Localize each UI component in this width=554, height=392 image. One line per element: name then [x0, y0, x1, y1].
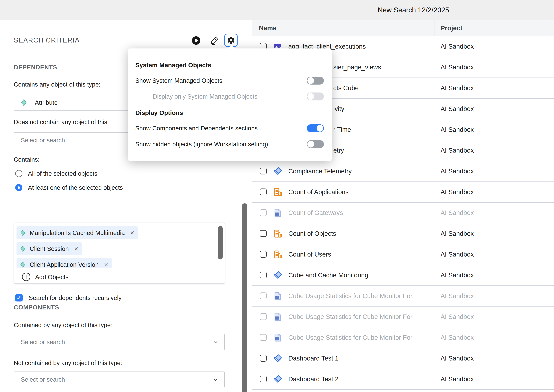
row-checkbox[interactable] — [260, 355, 267, 362]
report-icon — [273, 312, 282, 321]
row-project: AI Sandbox — [441, 307, 474, 327]
row-checkbox[interactable] — [260, 209, 267, 216]
table-row[interactable]: Cube and Cache MonitoringAI Sandbox — [252, 265, 554, 286]
panel-scrollbar[interactable] — [242, 203, 247, 392]
row-project: AI Sandbox — [441, 203, 474, 223]
toggle-show-system-managed[interactable] — [307, 77, 324, 84]
table-row[interactable]: Cube Usage Statistics for Cube Monitor F… — [252, 307, 554, 327]
toggle-display-only-system-managed[interactable] — [307, 92, 324, 100]
system-managed-heading: System Managed Objects — [135, 62, 211, 69]
top-bar: New Search 12/2/2025 — [0, 0, 554, 20]
toggle-show-hidden-objects[interactable] — [307, 140, 324, 148]
row-project: AI Sandbox — [441, 161, 474, 182]
table-row[interactable]: Dashboard Test 2AI Sandbox — [252, 369, 554, 390]
toggle-label-show-system-managed: Show System Managed Objects — [135, 77, 222, 84]
remove-chip-icon[interactable]: ✕ — [104, 262, 108, 267]
selected-objects-list[interactable]: Manipulation Is Cached Multimedia✕Client… — [14, 223, 225, 267]
radio-at-least-one[interactable] — [15, 184, 22, 191]
attribute-diamond-icon — [19, 229, 26, 236]
metric-icon — [273, 250, 282, 259]
row-checkbox[interactable] — [260, 334, 267, 341]
contained-by-select[interactable]: Select or search — [14, 334, 225, 350]
plus-circle-icon — [21, 272, 31, 282]
not-contained-by-label: Not contained by any object of this type… — [14, 360, 122, 366]
attribute-diamond-icon — [19, 261, 26, 267]
radio-at-least-one-label: At least one of the selected objects — [28, 184, 123, 191]
selected-object-chip[interactable]: Client Application Version✕ — [16, 258, 112, 267]
table-header: Name Project — [252, 20, 554, 36]
row-checkbox[interactable] — [260, 376, 267, 382]
divider — [14, 314, 225, 314]
table-row[interactable]: Count of ApplicationsAI Sandbox — [252, 182, 554, 203]
recursive-search-checkbox[interactable]: ✓ — [15, 294, 23, 301]
row-checkbox[interactable] — [260, 168, 267, 175]
row-name: Cube and Cache Monitoring — [288, 265, 368, 286]
dependents-heading: DEPENDENTS — [14, 64, 57, 71]
row-name: ivity — [333, 99, 344, 119]
toggle-show-components-dependents[interactable] — [307, 124, 324, 132]
chips-scrollbar[interactable] — [218, 226, 222, 259]
row-project: AI Sandbox — [441, 36, 474, 57]
radio-all-label: All of the selected objects — [28, 170, 97, 177]
toggle-label-display-only-system-managed: Display only System Managed Objects — [153, 93, 257, 100]
selected-object-chip[interactable]: Manipulation Is Cached Multimedia✕ — [16, 226, 138, 239]
table-row[interactable]: Count of UsersAI Sandbox — [252, 244, 554, 265]
row-name: r Time — [333, 119, 351, 140]
row-checkbox[interactable] — [260, 189, 267, 195]
selected-object-chip[interactable]: Client Session✕ — [16, 242, 82, 255]
select-placeholder: Select or search — [21, 372, 65, 387]
row-project: AI Sandbox — [441, 327, 474, 348]
row-name: Dashboard Test 2 — [288, 369, 339, 389]
panel-title: SEARCH CRITERIA — [14, 36, 80, 44]
row-checkbox[interactable] — [260, 251, 267, 258]
select-placeholder: Select or search — [21, 133, 65, 148]
row-project: AI Sandbox — [441, 182, 474, 202]
row-name: Cube Usage Statistics for Cube Monitor F… — [288, 307, 412, 327]
row-name: sier_page_views — [333, 57, 381, 77]
chevron-down-icon — [212, 376, 219, 383]
row-name: Count of Applications — [288, 182, 349, 202]
settings-popup: System Managed Objects Show System Manag… — [128, 49, 332, 161]
run-search-button[interactable] — [191, 35, 201, 46]
run-icon — [191, 35, 201, 46]
report-icon — [273, 291, 282, 301]
row-project: AI Sandbox — [441, 140, 474, 161]
row-checkbox[interactable] — [260, 313, 267, 320]
settings-icon — [227, 36, 235, 44]
table-row[interactable]: Cube Usage Statistics for Cube Monitor F… — [252, 327, 554, 348]
chevron-down-icon — [212, 339, 219, 345]
table-row[interactable]: Count of GatewaysAI Sandbox — [252, 203, 554, 223]
select-placeholder: Select or search — [21, 334, 65, 350]
remove-chip-icon[interactable]: ✕ — [74, 246, 78, 252]
table-row[interactable]: Dashboard Test 1AI Sandbox — [252, 348, 554, 369]
row-checkbox[interactable] — [260, 293, 267, 299]
popup-arrow — [228, 45, 235, 49]
metric-icon — [273, 188, 282, 197]
chip-label: Client Application Version — [30, 261, 99, 268]
row-project: AI Sandbox — [441, 99, 474, 119]
not-contains-type-label: Does not contain any object of this — [14, 119, 107, 126]
not-contained-by-select[interactable]: Select or search — [14, 371, 225, 387]
column-header-name[interactable]: Name — [259, 20, 276, 36]
row-project: AI Sandbox — [441, 223, 474, 244]
add-objects-label: Add Objects — [35, 270, 69, 284]
remove-chip-icon[interactable]: ✕ — [130, 230, 135, 236]
report-icon — [273, 208, 282, 217]
table-row[interactable]: Compliance TelemetryAI Sandbox — [252, 161, 554, 182]
add-objects-button[interactable]: Add Objects — [14, 270, 225, 284]
clear-search-button[interactable] — [209, 36, 219, 45]
row-project: AI Sandbox — [441, 265, 474, 286]
row-checkbox[interactable] — [260, 230, 267, 237]
selected-objects-box: Manipulation Is Cached Multimedia✕Client… — [14, 223, 225, 284]
selected-type-value: Attribute — [35, 95, 58, 110]
eraser-icon — [209, 36, 219, 45]
radio-all-selected-objects[interactable] — [15, 170, 22, 177]
table-row[interactable]: Count of ObjectsAI Sandbox — [252, 223, 554, 244]
row-checkbox[interactable] — [260, 272, 267, 278]
column-header-project[interactable]: Project — [441, 20, 462, 36]
table-row[interactable]: Cube Usage Statistics for Cube Monitor F… — [252, 286, 554, 307]
chip-label: Client Session — [30, 245, 69, 252]
toggle-label-show-hidden-objects: Show hidden objects (ignore Workstation … — [135, 141, 268, 148]
row-project: AI Sandbox — [441, 286, 474, 306]
row-name: Compliance Telemetry — [288, 161, 352, 182]
